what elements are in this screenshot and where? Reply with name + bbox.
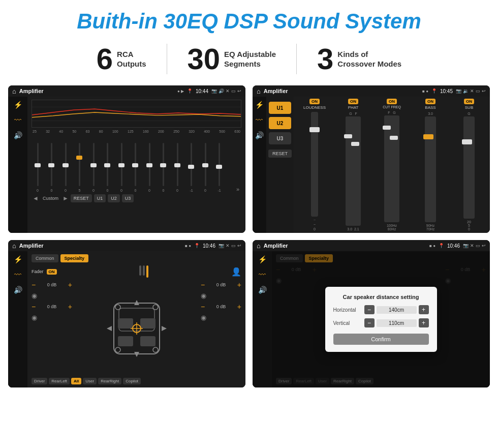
eq-speaker-icon[interactable]: 🔊 [14,131,22,139]
dialog-title: Car speaker distance setting [333,294,429,300]
eq-slider-5[interactable]: 0 [104,143,112,192]
home-icon-4[interactable]: ⌂ [257,242,261,250]
fader-minus-1[interactable]: − [32,281,36,289]
dialog-vertical-minus[interactable]: − [364,318,375,327]
eq-slider-14[interactable]: » [231,186,239,192]
fader-rearright-btn[interactable]: RearRight [98,378,121,384]
cross-tune-icon[interactable]: ⚡ [255,101,264,109]
screen4-dist-main: Common Specialty − 0 dB + ◉ [272,251,490,387]
screen3-body: ⚡ 〰 🔊 Common Specialty Fader ON [8,251,245,387]
eq-slider-4[interactable]: 0 [89,143,98,192]
cross-u3-btn[interactable]: U3 [269,132,291,144]
eq-u1-btn[interactable]: U1 [94,194,106,202]
cross-u2-btn[interactable]: U2 [269,117,291,129]
fader-controls-row: Fader ON 👤 [32,265,241,278]
fader-speaker-icon[interactable]: 🔊 [14,286,22,294]
loudness-slider[interactable] [311,112,318,217]
eq-slider-2[interactable]: 0 [61,143,70,192]
fader-right-col: − 0 dB + ◉ − 0 dB + ◉ [201,281,241,376]
home-icon-3[interactable]: ⌂ [12,242,16,250]
dialog-horizontal-plus[interactable]: + [419,305,429,314]
eq-freq-labels: 25 32 40 50 63 80 100 125 160 200 250 32… [32,130,241,133]
eq-slider-13[interactable]: -1 [215,143,224,192]
screen1-app-name: Amplifier [19,88,174,94]
eq-slider-6[interactable]: 0 [117,143,126,192]
freq-320: 320 [189,130,195,133]
fader-tune-icon[interactable]: ⚡ [14,255,22,263]
stat-label-crossover: Kinds ofCrossover Modes [337,49,401,69]
home-icon-1[interactable]: ⌂ [12,87,16,95]
home-icon-2[interactable]: ⌂ [257,87,261,95]
main-title: Buith-in 30EQ DSP Sound System [0,0,498,39]
dialog-vertical-stepper: − 110cm + [364,318,429,327]
fader-rearleft-btn[interactable]: RearLeft [49,378,70,384]
eq-slider-12[interactable]: 0 [201,143,209,192]
dist-wave-icon[interactable]: 〰 [259,271,266,279]
car-diagram-svg [104,293,170,364]
eq-u2-btn[interactable]: U2 [108,194,120,202]
eq-slider-0[interactable]: 0 [34,143,42,192]
sub-label: SUB [465,105,473,110]
fader-left-col: − 0 dB + ◉ − 0 dB + ◉ [32,281,72,376]
cross-channels: ON LOUDNESS ~ ~ 0 ON PHA [297,99,487,231]
cross-ch-bass: ON BASS 3.0 90Hz70Hz [413,99,448,231]
screens-grid: ⌂ Amplifier ● ▶ 📍 10:44 📷🔊✕▭↩ ⚡ 〰 🔊 [0,81,498,396]
fader-plus-1[interactable]: + [68,281,72,289]
fader-driver-btn[interactable]: Driver [32,378,47,384]
fader-spk-icon-4: ◉ [201,314,241,321]
fader-plus-2[interactable]: + [68,303,72,311]
fader-user-icon[interactable]: 👤 [231,267,241,277]
stat-number-6: 6 [97,44,113,74]
fader-plus-4[interactable]: + [237,303,241,311]
eq-slider-1[interactable]: 0 [48,143,56,192]
fader-minus-4[interactable]: − [201,303,205,311]
phat-slider[interactable] [346,116,361,226]
fader-minus-3[interactable]: − [201,281,205,289]
eq-slider-7[interactable]: 0 [132,143,140,192]
eq-u3-btn[interactable]: U3 [122,194,134,202]
screen3-dots: ■ ● [185,244,191,248]
fader-db-row-3: − 0 dB + [201,281,241,289]
expand-arrows-icon[interactable]: » [236,186,239,192]
cross-reset-btn[interactable]: RESET [268,150,292,158]
fader-plus-3[interactable]: + [237,281,241,289]
cross-wave-icon[interactable]: 〰 [256,116,263,124]
fader-tab-specialty[interactable]: Specialty [60,254,89,262]
cross-presets: U1 U2 U3 RESET [266,97,294,233]
eq-prev-icon[interactable]: ◄ [33,195,39,202]
fader-user-btn[interactable]: User [83,378,97,384]
eq-slider-11[interactable]: -1 [188,143,196,192]
fader-minus-2[interactable]: − [32,303,36,311]
eq-slider-8[interactable]: 0 [145,143,153,192]
svg-point-19 [153,347,158,352]
eq-next-icon[interactable]: ► [63,195,69,202]
fader-copilot-btn[interactable]: Copilot [123,378,141,384]
dialog-confirm-btn[interactable]: Confirm [333,334,429,345]
sub-slider[interactable] [463,116,475,219]
eq-graph [32,100,241,128]
dialog-horizontal-minus[interactable]: − [364,305,375,314]
bass-slider[interactable] [425,116,436,222]
screen2-app-name: Amplifier [264,88,419,94]
cross-speaker-icon[interactable]: 🔊 [255,131,264,139]
eq-slider-3[interactable]: 5 [76,143,84,192]
eq-slider-9[interactable]: 0 [160,143,168,192]
screen2-side: ⚡ 〰 🔊 [253,97,266,233]
eq-wave-icon[interactable]: 〰 [14,116,21,124]
cutfreq-slider[interactable] [384,115,399,222]
eq-slider-10[interactable]: 0 [173,143,181,192]
screen2-dots: ■ ● [422,89,428,94]
cross-u1-btn[interactable]: U1 [269,102,291,114]
fader-all-btn[interactable]: All [71,378,81,384]
fader-wave-icon[interactable]: 〰 [14,271,21,279]
dialog-vertical-plus[interactable]: + [419,318,429,327]
stat-number-3: 3 [317,44,333,74]
fader-on-badge: ON [47,269,57,275]
fader-tab-common[interactable]: Common [32,254,58,262]
dist-speaker-icon[interactable]: 🔊 [258,286,267,294]
dist-tune-icon[interactable]: ⚡ [258,255,267,263]
freq-40: 40 [59,130,63,133]
eq-reset-btn[interactable]: RESET [71,194,92,202]
freq-500: 500 [219,130,225,133]
eq-tune-icon[interactable]: ⚡ [14,101,22,109]
